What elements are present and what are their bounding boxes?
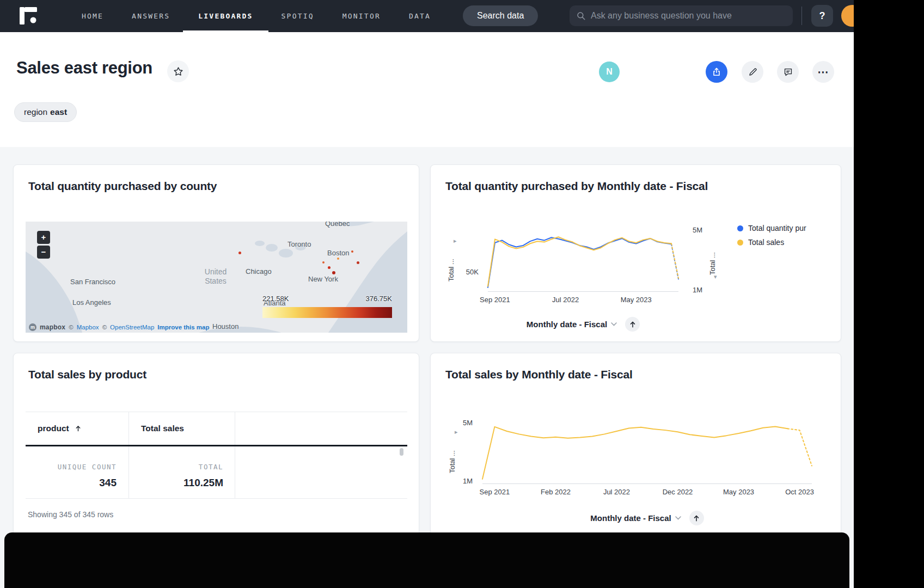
top-nav: HOME ANSWERS LIVEBOARDS SPOTIQ MONITOR D…: [0, 0, 854, 32]
liveboard-canvas: Total quantity purchased by county + −: [0, 147, 854, 588]
nav-item-spotiq[interactable]: SPOTIQ: [282, 0, 314, 32]
column-header-total-sales[interactable]: Total sales: [141, 412, 184, 445]
x-axis-tick: May 2023: [723, 488, 754, 496]
line-chart-plot[interactable]: [488, 228, 678, 292]
heat-legend-min: 221.58K: [262, 295, 289, 303]
x-axis-ticks: Sep 2021Feb 2022Jul 2022Dec 2022May 2023…: [482, 488, 812, 498]
nav-item-data[interactable]: DATA: [409, 0, 431, 32]
share-button[interactable]: [706, 61, 727, 83]
x-axis-tick: May 2023: [621, 296, 652, 304]
column-divider: [235, 412, 235, 499]
more-options-button[interactable]: ⋯: [812, 61, 834, 83]
row-count-status: Showing 345 of 345 rows: [28, 510, 113, 519]
thoughtspot-app: HOME ANSWERS LIVEBOARDS SPOTIQ MONITOR D…: [0, 0, 854, 588]
x-axis-tick: Feb 2022: [541, 488, 571, 496]
heat-legend-bar: [262, 307, 392, 318]
x-axis-control: Monthly date - Fiscal: [488, 317, 678, 332]
right-axis-expand-icon[interactable]: ▾: [714, 274, 717, 280]
viz-title-table[interactable]: Total sales by product: [28, 368, 146, 381]
y-axis-tick: 50K: [460, 268, 479, 276]
search-data-button[interactable]: Search data: [463, 5, 538, 26]
openstreetmap-link[interactable]: OpenStreetMap: [110, 324, 154, 330]
filter-chip-value: east: [50, 107, 67, 117]
user-avatar[interactable]: [841, 5, 854, 27]
map-data-point: [238, 252, 241, 254]
nav-item-liveboards[interactable]: LIVEBOARDS: [198, 0, 253, 32]
ask-question-searchbar[interactable]: [570, 5, 793, 26]
viz-card-sales-line: Total sales by Monthly date - Fiscal ▸ T…: [430, 353, 841, 544]
chevron-down-icon[interactable]: [611, 322, 617, 326]
help-button[interactable]: ?: [811, 5, 833, 27]
map-label-new-york: New York: [308, 275, 338, 283]
line-chart-plot[interactable]: [482, 419, 812, 484]
viz-title-map[interactable]: Total quantity purchased by county: [28, 180, 217, 193]
arrow-up-icon: [629, 321, 637, 328]
geo-map[interactable]: + − Quebec Toronto Boston New York Chica…: [26, 222, 407, 333]
map-zoom-in-button[interactable]: +: [37, 231, 50, 244]
legend-item-sales[interactable]: Total sales: [737, 238, 806, 247]
left-axis-title: Total ...: [448, 434, 456, 473]
x-axis-tick: Sep 2021: [480, 488, 510, 496]
map-label-quebec: Quebec: [325, 222, 350, 228]
ask-question-input[interactable]: [591, 11, 786, 21]
copyright-symbol: ©: [69, 324, 73, 330]
x-axis-field-selector[interactable]: Monthly date - Fiscal: [590, 513, 671, 523]
y-axis-tick: 1M: [457, 477, 473, 485]
favorite-button[interactable]: [167, 60, 189, 82]
chevron-down-icon[interactable]: [675, 516, 681, 520]
improve-map-link[interactable]: Improve this map: [157, 324, 209, 330]
map-label-houston: Houston: [212, 322, 238, 330]
viz-title-quantity-line[interactable]: Total quantity purchased by Monthly date…: [445, 180, 708, 193]
filter-chip-region[interactable]: region east: [14, 102, 77, 122]
column-label: product: [38, 424, 69, 433]
map-label-united-states: United States: [198, 267, 233, 286]
star-icon: [173, 66, 184, 77]
map-zoom-controls: + −: [37, 231, 50, 259]
y-axis-tick: 5M: [693, 226, 702, 234]
series-color-dot: [737, 225, 743, 231]
viz-title-sales-line[interactable]: Total sales by Monthly date - Fiscal: [445, 368, 633, 381]
viz-card-quantity-line: Total quantity purchased by Monthly date…: [430, 164, 841, 342]
legend-item-quantity[interactable]: Total quantity pur: [737, 224, 806, 232]
map-zoom-out-button[interactable]: −: [37, 246, 50, 259]
heat-legend-max: 376.75K: [350, 295, 392, 303]
nav-item-monitor[interactable]: MONITOR: [342, 0, 381, 32]
liveboard-title: Sales east region: [16, 58, 152, 78]
sort-ascending-button[interactable]: [625, 317, 640, 332]
liveboard-header: Sales east region N: [0, 32, 854, 147]
sort-ascending-icon: [75, 425, 82, 432]
map-data-point: [332, 271, 335, 274]
thoughtspot-logo-icon[interactable]: [20, 7, 38, 24]
sort-ascending-button[interactable]: [689, 511, 704, 525]
bottom-letterbox: [4, 532, 849, 588]
mapbox-logo-icon[interactable]: m: [29, 323, 36, 331]
summary-value-unique-count: 345: [26, 477, 117, 489]
nav-divider: [801, 7, 802, 25]
author-avatar[interactable]: N: [599, 62, 620, 82]
map-data-point: [337, 258, 339, 260]
nav-item-home[interactable]: HOME: [82, 0, 103, 32]
pencil-icon: [748, 67, 758, 77]
x-axis-tick: Oct 2023: [785, 488, 814, 496]
share-icon: [711, 66, 722, 77]
x-axis-tick: Jul 2022: [552, 296, 579, 304]
copyright-symbol: ©: [102, 324, 107, 330]
nav-item-answers[interactable]: ANSWERS: [132, 0, 170, 32]
edit-button[interactable]: [742, 61, 763, 83]
mapbox-link[interactable]: Mapbox: [77, 324, 99, 330]
x-axis-field-selector[interactable]: Monthly date - Fiscal: [527, 320, 607, 329]
search-icon: [576, 11, 586, 21]
mapbox-wordmark[interactable]: mapbox: [40, 323, 65, 331]
y-axis-tick: 1M: [693, 286, 702, 294]
x-axis-tick: Dec 2022: [663, 488, 693, 496]
x-axis-tick: Jul 2022: [603, 488, 630, 496]
comment-button[interactable]: [777, 61, 799, 83]
y-axis-tick: 5M: [457, 419, 473, 427]
chart-legend: Total quantity pur Total sales: [737, 224, 806, 252]
map-label-san-francisco: San Francisco: [70, 278, 115, 286]
x-axis-ticks: Sep 2021Jul 2022May 2023: [488, 296, 678, 305]
table-scrollbar-thumb[interactable]: [400, 448, 403, 456]
column-header-product[interactable]: product: [38, 412, 82, 445]
summary-label-total: TOTAL: [128, 463, 223, 471]
map-label-toronto: Toronto: [287, 240, 311, 248]
